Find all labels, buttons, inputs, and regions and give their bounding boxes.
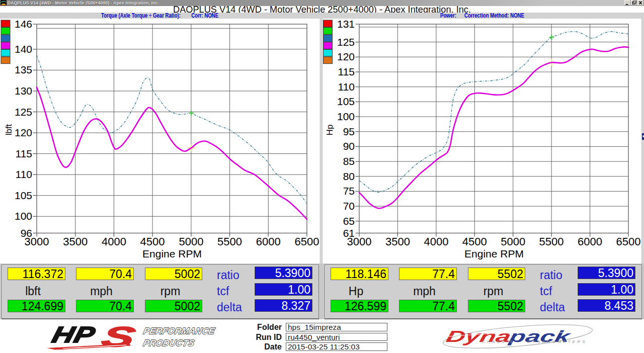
- svg-text:DYNAMOMETERS: DYNAMOMETERS: [527, 339, 587, 344]
- svg-text:PERFORMANCE: PERFORMANCE: [142, 326, 216, 336]
- svg-text:6500: 6500: [295, 235, 319, 248]
- svg-text:6000: 6000: [578, 235, 602, 248]
- svg-text:Engine RPM: Engine RPM: [464, 248, 524, 259]
- svg-text:5000: 5000: [179, 235, 203, 248]
- svg-text:110: 110: [338, 81, 355, 93]
- svg-text:105: 105: [337, 96, 355, 107]
- svg-text:lbft: lbft: [4, 124, 14, 135]
- svg-text:3500: 3500: [63, 235, 88, 248]
- svg-text:HP: HP: [50, 322, 98, 347]
- svg-text:125: 125: [337, 36, 355, 48]
- svg-text:5500: 5500: [217, 235, 242, 248]
- svg-text:120: 120: [15, 127, 32, 138]
- svg-text:4000: 4000: [102, 235, 126, 248]
- svg-text:115: 115: [16, 148, 32, 159]
- svg-text:95: 95: [343, 126, 355, 137]
- svg-text:S: S: [99, 321, 138, 352]
- svg-text:6500: 6500: [616, 235, 641, 248]
- svg-text:4500: 4500: [140, 235, 165, 248]
- svg-text:80: 80: [343, 170, 355, 182]
- svg-text:120: 120: [337, 51, 355, 62]
- svg-text:100: 100: [337, 111, 355, 122]
- svg-text:146: 146: [15, 19, 32, 30]
- svg-text:130: 130: [15, 85, 32, 97]
- svg-text:70: 70: [343, 200, 355, 212]
- svg-text:100: 100: [15, 210, 32, 222]
- svg-text:4500: 4500: [462, 235, 487, 248]
- svg-text:Hp: Hp: [325, 125, 335, 136]
- svg-text:Engine RPM: Engine RPM: [142, 248, 202, 259]
- svg-text:4000: 4000: [424, 235, 448, 248]
- svg-text:3000: 3000: [347, 235, 372, 248]
- svg-text:90: 90: [343, 140, 355, 152]
- svg-text:75: 75: [343, 185, 355, 197]
- svg-text:65: 65: [343, 215, 355, 227]
- svg-text:85: 85: [343, 155, 355, 167]
- svg-text:125: 125: [15, 106, 32, 118]
- svg-text:5500: 5500: [539, 235, 564, 248]
- svg-text:140: 140: [15, 43, 32, 55]
- svg-text:6000: 6000: [256, 235, 281, 248]
- svg-text:5000: 5000: [501, 235, 525, 248]
- svg-text:PRODUCTS: PRODUCTS: [142, 338, 196, 348]
- svg-text:105: 105: [15, 190, 32, 201]
- svg-text:3000: 3000: [25, 235, 49, 248]
- svg-text:115: 115: [338, 66, 355, 77]
- svg-text:3500: 3500: [385, 235, 410, 248]
- svg-text:110: 110: [16, 168, 32, 180]
- svg-text:131: 131: [337, 19, 355, 30]
- svg-text:CHASSIS: CHASSIS: [482, 339, 515, 344]
- svg-text:135: 135: [15, 64, 32, 75]
